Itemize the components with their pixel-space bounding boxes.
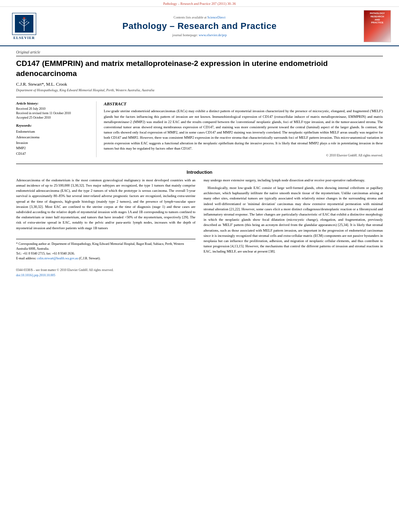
- journal-cover-area: PATHOLOGYRESEARCHANDPRACTICE: [359, 10, 391, 42]
- abstract-text: Low-grade uterine endometrioid adenocarc…: [104, 109, 383, 151]
- issn-line: 0344-0338/$ – see front matter © 2010 El…: [16, 267, 195, 273]
- sciencedirect-line: Contents lists available at ScienceDirec…: [40, 16, 359, 19]
- journal-title-area: Contents lists available at ScienceDirec…: [40, 16, 359, 37]
- article-info-column: Article history: Received 20 July 2010 R…: [16, 101, 97, 157]
- svg-point-8: [23, 17, 25, 19]
- journal-cover-image: PATHOLOGYRESEARCHANDPRACTICE: [364, 10, 391, 42]
- main-content: Original article CD147 (EMMPRIN) and mat…: [0, 46, 399, 286]
- accepted-date: Accepted 25 October 2010: [16, 116, 90, 119]
- intro-right-text: may undergo more extensive surgery, incl…: [204, 178, 383, 255]
- bottom-info: 0344-0338/$ – see front matter © 2010 El…: [16, 267, 195, 278]
- body-divider: [16, 164, 383, 164]
- intro-section-title: Introduction: [16, 170, 383, 175]
- journal-homepage-line: journal homepage: www.elsevier.de/prp: [40, 33, 359, 37]
- abstract-title: ABSTRACT: [104, 101, 383, 106]
- body-left-col: Adenocarcinoma of the endometrium is the…: [16, 178, 195, 278]
- article-authors: C.J.R. Stewart*, M.L. Crook: [16, 82, 383, 86]
- keyword-4: MMP2: [16, 146, 90, 151]
- elsevier-logo-box: [12, 13, 36, 35]
- journal-citation: Pathology – Research and Practice 207 (2…: [163, 2, 236, 6]
- article-affiliation: Department of Histopathology, King Edwar…: [16, 88, 383, 92]
- article-title: CD147 (EMMPRIN) and matrix metalloprotei…: [16, 59, 383, 78]
- intro-left-text: Adenocarcinoma of the endometrium is the…: [16, 178, 195, 231]
- intro-para-1: Adenocarcinoma of the endometrium is the…: [16, 178, 195, 231]
- keyword-2: Adenocarcinoma: [16, 135, 90, 140]
- article-history-label: Article history:: [16, 101, 90, 105]
- body-right-col: may undergo more extensive surgery, incl…: [204, 178, 383, 278]
- journal-header: ELSEVIER Contents lists available at Sci…: [0, 7, 399, 46]
- intro-right-para-1: may undergo more extensive surgery, incl…: [204, 178, 383, 183]
- elsevier-logo-area: ELSEVIER: [8, 13, 40, 40]
- footnote-email: E-mail address: colin.stewart@health.wa.…: [16, 256, 195, 261]
- received-date: Received 20 July 2010: [16, 107, 90, 111]
- article-info-abstract: Article history: Received 20 July 2010 R…: [16, 97, 383, 157]
- svg-point-9: [19, 22, 21, 23]
- body-two-col: Adenocarcinoma of the endometrium is the…: [16, 178, 383, 278]
- abstract-column: ABSTRACT Low-grade uterine endometrioid …: [104, 101, 383, 157]
- journal-homepage-link[interactable]: www.elsevier.de/prp: [199, 33, 227, 37]
- email-link[interactable]: colin.stewart@health.wa.gov.au: [37, 257, 78, 260]
- elsevier-logo: ELSEVIER: [8, 13, 40, 40]
- keyword-1: Endometrium: [16, 129, 90, 135]
- keywords-section: Keywords: Endometrium Adenocarcinoma Inv…: [16, 123, 90, 156]
- keywords-label: Keywords:: [16, 123, 90, 127]
- keyword-5: CD147: [16, 151, 90, 157]
- intro-right-para-2: Histologically, most low-grade EAC consi…: [204, 185, 383, 254]
- article-type: Original article: [16, 50, 383, 56]
- footnote-tel: Tel.: +61 8 9340 2715; fax: +61 8 9340 2…: [16, 251, 195, 256]
- footnote-corresponding: * Corresponding author at: Department of…: [16, 242, 195, 251]
- svg-point-10: [28, 22, 29, 23]
- cover-text: PATHOLOGYRESEARCHANDPRACTICE: [370, 12, 385, 25]
- doi-line: doi:10.1016/j.prp.2010.10.005: [16, 273, 195, 278]
- sciencedirect-link[interactable]: ScienceDirect: [208, 16, 226, 19]
- copyright-line: © 2010 Elsevier GmbH. All rights reserve…: [104, 154, 383, 157]
- elsevier-brand: ELSEVIER: [13, 36, 35, 40]
- journal-main-title: Pathology – Research and Practice: [40, 21, 359, 31]
- keyword-3: Invasion: [16, 140, 90, 146]
- top-bar: Pathology – Research and Practice 207 (2…: [0, 0, 399, 7]
- footnote-area: * Corresponding author at: Department of…: [16, 239, 195, 261]
- revised-date: Received in revised form 11 October 2010: [16, 111, 90, 115]
